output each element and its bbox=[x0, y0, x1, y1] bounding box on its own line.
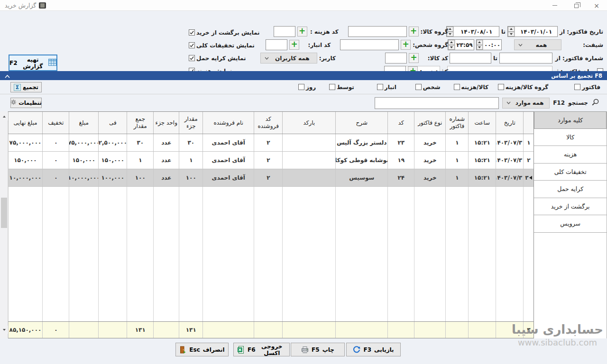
add-item-group-button[interactable]: + bbox=[409, 27, 419, 36]
sidebar-item[interactable]: برگشت از خرید bbox=[534, 198, 607, 216]
date-to-label: تا bbox=[501, 28, 506, 35]
column-header-date[interactable]: تاریخ bbox=[496, 112, 523, 134]
item-group-input[interactable] bbox=[348, 26, 407, 37]
empty-cell bbox=[69, 187, 98, 321]
invoice-no-to-input[interactable] bbox=[450, 53, 491, 64]
groupby-checkbox[interactable] bbox=[574, 84, 580, 90]
cell-description: نوشابه قوطی کوکا bbox=[335, 152, 387, 169]
column-header-seller_code[interactable]: کد فروشنده bbox=[254, 112, 282, 134]
date-from-input[interactable]: ۱۴۰۳/۰۱/۰۱ bbox=[507, 26, 558, 37]
cell-amount: ۱۵۰,۰۰۰ bbox=[69, 152, 98, 169]
sidebar-item[interactable]: تخفیفات کلی bbox=[534, 164, 607, 181]
shift-time-to-input[interactable]: ۲۳:۵۹ bbox=[448, 39, 474, 50]
groupby-checkbox[interactable] bbox=[498, 84, 504, 90]
column-header-unit[interactable]: واحد جزء bbox=[153, 112, 179, 134]
plus-icon: + bbox=[410, 27, 417, 35]
settings-button[interactable]: تنظیمات bbox=[10, 98, 42, 108]
add-warehouse-code-button[interactable]: + bbox=[289, 40, 299, 50]
column-header-description[interactable]: شرح bbox=[335, 112, 387, 134]
add-cost-code-button[interactable]: + bbox=[297, 27, 307, 36]
cell-seller_name: آقای احمدی bbox=[202, 152, 254, 169]
display-option-checkbox[interactable] bbox=[189, 29, 195, 36]
scroll-down-icon[interactable] bbox=[0, 326, 8, 334]
search-input[interactable] bbox=[375, 97, 499, 109]
groupby-checkbox[interactable] bbox=[454, 84, 460, 90]
column-header-qty_unit[interactable]: مقدار جزء bbox=[179, 112, 202, 134]
cell-description: دلستر بزرگ آلیس bbox=[335, 134, 387, 151]
table-row[interactable]: ۲۱۴۰۳/۰۷/۳۰۱۵:۲۱۱خرید۱۹نوشابه قوطی کوکا۲… bbox=[8, 152, 534, 169]
groupby-checkbox[interactable] bbox=[415, 84, 422, 90]
add-item-code-button[interactable]: + bbox=[409, 53, 419, 63]
row-selector-icon bbox=[529, 176, 532, 180]
cost-code-input[interactable] bbox=[274, 26, 295, 37]
cell-invoice_no: ۱ bbox=[445, 169, 468, 186]
column-header-seller_name[interactable]: نام فروشنده bbox=[202, 112, 254, 134]
person-group-input[interactable] bbox=[340, 39, 399, 50]
cancel-button[interactable]: Escانصراف bbox=[175, 343, 229, 356]
item-code-input[interactable] bbox=[385, 53, 407, 64]
column-header-barcode[interactable]: بارکد bbox=[282, 112, 335, 134]
sidebar-item[interactable]: کلیه موارد bbox=[534, 111, 607, 129]
search-icon bbox=[591, 98, 599, 108]
display-option-checkbox[interactable] bbox=[189, 55, 195, 61]
print-button[interactable]: F5چاپ bbox=[291, 343, 345, 356]
table-row[interactable]: ۱۱۴۰۳/۰۷/۳۰۱۵:۲۱۱خرید۲۳دلستر بزرگ آلیس۲آ… bbox=[8, 134, 534, 152]
display-option-checkbox[interactable] bbox=[189, 42, 195, 48]
spin-down-icon[interactable] bbox=[508, 32, 515, 37]
sidebar-item[interactable]: کرایه حمل bbox=[534, 181, 607, 198]
cell-discount: ۰ bbox=[42, 134, 69, 151]
spin-up-icon[interactable] bbox=[448, 40, 455, 45]
sidebar-item[interactable]: سرویس bbox=[534, 215, 607, 233]
date-to-input[interactable]: ۱۴۰۳/۰۸/۰۱ bbox=[446, 26, 499, 37]
retrieve-button[interactable]: F3بازیابی bbox=[346, 343, 401, 356]
vertical-scrollbar[interactable] bbox=[0, 111, 8, 338]
cell-description: سوسیس bbox=[335, 169, 387, 186]
groupby-checkbox[interactable] bbox=[329, 84, 335, 90]
cell-price: ۱۵۰,۰۰۰ bbox=[98, 152, 127, 169]
column-header-total_qty[interactable]: جمع مقدار bbox=[127, 112, 153, 134]
chevron-up-icon[interactable] bbox=[5, 73, 10, 80]
column-header-price[interactable]: فی bbox=[98, 112, 127, 134]
display-option-label: نمایش کرایه حمل bbox=[196, 55, 246, 62]
add-person-group-button[interactable]: + bbox=[401, 40, 411, 50]
column-header-amount[interactable]: مبلغ bbox=[69, 112, 98, 134]
item-group-label: گروه کالا: bbox=[421, 28, 448, 35]
column-header-invoice_type[interactable]: نوع فاکتور bbox=[414, 112, 445, 134]
table-row[interactable]: ۳۱۴۰۳/۰۷/۳۰۱۵:۲۱۱خرید۲۴سوسیس۲آقای احمدی۱… bbox=[8, 169, 534, 187]
invoice-no-from-input[interactable] bbox=[499, 53, 552, 64]
user-select[interactable]: همه کاربران bbox=[260, 53, 317, 64]
spin-down-icon[interactable] bbox=[477, 45, 483, 50]
column-header-code[interactable]: کد bbox=[387, 112, 414, 134]
column-header-discount[interactable]: تخفیف bbox=[42, 112, 69, 134]
restore-icon[interactable] bbox=[565, 0, 586, 11]
shift-select[interactable]: همه bbox=[514, 39, 561, 50]
sidebar-item[interactable]: کالا bbox=[534, 129, 607, 146]
groupby-checkbox[interactable] bbox=[377, 84, 383, 90]
column-header-row_no[interactable] bbox=[523, 112, 533, 134]
sidebar-item[interactable]: هزینه bbox=[534, 146, 607, 164]
summary-cell-row_no: ۳ bbox=[523, 322, 533, 338]
column-header-invoice_no[interactable]: شماره فاکتور bbox=[445, 112, 468, 134]
scrollbar-thumb[interactable] bbox=[1, 198, 7, 228]
spin-up-icon[interactable] bbox=[508, 27, 515, 32]
scroll-up-icon[interactable] bbox=[0, 112, 8, 120]
column-header-final_amount[interactable]: مبلغ نهایی bbox=[8, 112, 43, 134]
search-scope-select[interactable]: همه موارد bbox=[502, 98, 550, 109]
shift-time-from-input[interactable]: ۰۰:۰۰ bbox=[476, 39, 502, 50]
groupby-header-bar[interactable]: F8 تجمیع بر اساس bbox=[0, 71, 607, 80]
spin-down-icon[interactable] bbox=[448, 45, 455, 50]
cell-price: ۲,۵۰۰,۰۰۰ bbox=[98, 134, 127, 151]
cell-total_qty: ۳۰ bbox=[127, 134, 153, 151]
spin-up-icon[interactable] bbox=[477, 40, 483, 45]
groupby-checkbox[interactable] bbox=[298, 84, 304, 90]
cell-date: ۱۴۰۳/۰۷/۳۰ bbox=[496, 134, 523, 151]
warehouse-code-input[interactable] bbox=[266, 39, 287, 50]
aggregate-button[interactable]: تجمیع Σ bbox=[10, 82, 42, 92]
table-header-row: تاریخساعتشماره فاکتورنوع فاکتورکدشرحبارک… bbox=[8, 112, 534, 134]
search-label: جستجو bbox=[568, 100, 588, 106]
column-header-time[interactable]: ساعت bbox=[468, 112, 496, 134]
close-icon[interactable]: × bbox=[586, 0, 607, 11]
excel-export-button[interactable]: F6خروجی اکسل bbox=[233, 343, 290, 356]
minimize-icon[interactable] bbox=[544, 0, 565, 11]
prepare-report-button[interactable]: تهیه گزارش F2 bbox=[9, 55, 57, 71]
